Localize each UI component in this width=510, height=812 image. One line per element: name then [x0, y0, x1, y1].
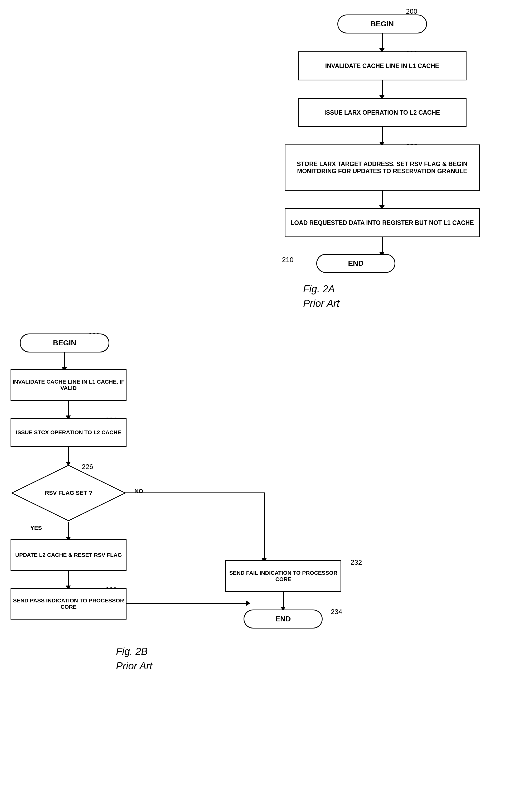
- arrow-226-228: [68, 522, 69, 538]
- arrowhead-230-end: [246, 601, 250, 606]
- node-232: SEND FAIL INDICATION TO PROCESSOR CORE: [226, 560, 341, 592]
- arrow-202-204: [382, 80, 383, 96]
- arrow-208-end: [382, 237, 383, 253]
- arrow-228-230: [68, 571, 69, 587]
- arrow-no-right: [125, 492, 265, 493]
- arrow-224-226: [68, 447, 69, 463]
- no-label: NO: [134, 488, 143, 495]
- node-230: SEND PASS INDICATION TO PROCESSOR CORE: [10, 588, 126, 619]
- yes-label: YES: [30, 525, 42, 531]
- node-208: LOAD REQUESTED DATA INTO REGISTER BUT NO…: [284, 208, 480, 237]
- node-224: ISSUE STCX OPERATION TO L2 CACHE: [10, 418, 126, 447]
- begin-node-2b: BEGIN: [20, 334, 109, 352]
- arrow-232-end: [283, 592, 284, 608]
- node-222: INVALIDATE CACHE LINE IN L1 CACHE, IF VA…: [10, 369, 126, 401]
- node-228: UPDATE L2 CACHE & RESET RSV FLAG: [10, 539, 126, 571]
- ref-234: 234: [331, 608, 342, 616]
- arrow-down-232: [264, 493, 265, 559]
- begin-node-2a: BEGIN: [337, 14, 427, 33]
- fig-2a-subtitle: Prior Art: [303, 298, 339, 309]
- arrow-204-206: [382, 127, 383, 143]
- node-206: STORE LARX TARGET ADDRESS, SET RSV FLAG …: [284, 144, 480, 191]
- arrow-begin-222: [64, 352, 65, 368]
- arrow-222-224: [68, 401, 69, 416]
- diamond-226: RSV FLAG SET ?: [10, 464, 126, 522]
- ref-232: 232: [351, 558, 362, 567]
- node-204: ISSUE LARX OPERATION TO L2 CACHE: [298, 98, 467, 127]
- arrow-begin-202: [382, 33, 383, 49]
- page: 200 BEGIN 202 INVALIDATE CACHE LINE IN L…: [0, 0, 510, 812]
- fig-2b-label: Fig. 2B: [116, 646, 148, 657]
- ref-210: 210: [282, 256, 293, 264]
- end-node-2a: END: [316, 254, 395, 273]
- arrow-206-208: [382, 191, 383, 206]
- node-202: INVALIDATE CACHE LINE IN L1 CACHE: [298, 51, 467, 80]
- fig-2a-label: Fig. 2A: [303, 283, 335, 295]
- fig-2b-subtitle: Prior Art: [116, 660, 152, 672]
- end-node-2b: END: [243, 610, 323, 629]
- diamond-226-text: RSV FLAG SET ?: [32, 480, 106, 506]
- arrow-230-end: [126, 603, 248, 604]
